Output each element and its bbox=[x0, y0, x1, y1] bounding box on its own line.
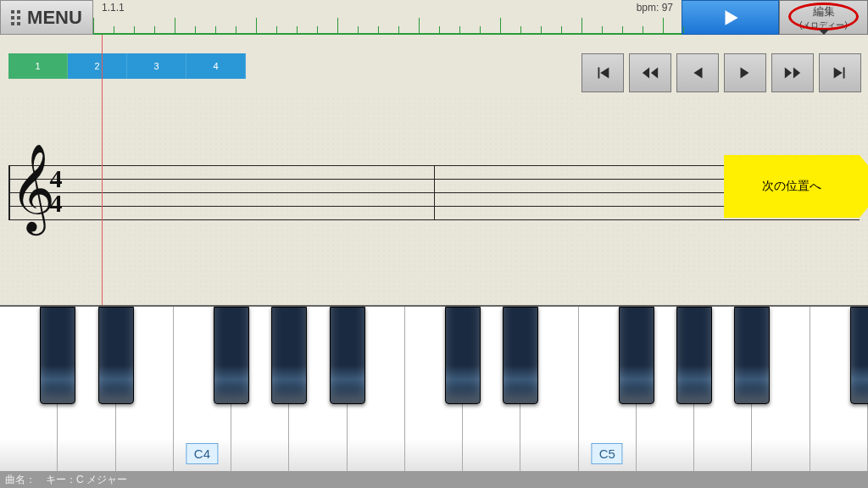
bar-segment[interactable]: 2 bbox=[68, 53, 127, 79]
rewind-icon bbox=[641, 64, 659, 82]
footer-text: 曲名： キー：C メジャー bbox=[5, 474, 127, 485]
black-key[interactable] bbox=[676, 307, 712, 404]
bar-segment[interactable]: 1 bbox=[8, 53, 68, 79]
fast-fwd-icon bbox=[783, 64, 802, 82]
playhead[interactable] bbox=[102, 35, 103, 305]
black-key[interactable] bbox=[330, 307, 365, 404]
black-key[interactable] bbox=[40, 307, 75, 404]
score-area: 𝄞 4 4 次の位置へ bbox=[0, 96, 868, 305]
piano-keyboard bbox=[0, 305, 868, 471]
menu-icon bbox=[11, 10, 20, 25]
bar-segment[interactable]: 4 bbox=[186, 53, 246, 79]
skip-end-icon bbox=[831, 64, 849, 82]
menu-label: MENU bbox=[27, 7, 82, 29]
bar-row: 1234 bbox=[0, 35, 868, 96]
play-icon bbox=[720, 7, 742, 29]
time-signature: 4 4 bbox=[47, 167, 64, 215]
footer: 曲名： キー：C メジャー bbox=[0, 471, 868, 488]
black-key[interactable] bbox=[503, 307, 538, 404]
bar-segment[interactable]: 3 bbox=[127, 53, 186, 79]
black-key[interactable] bbox=[619, 307, 654, 404]
bar-segments: 1234 bbox=[8, 53, 246, 79]
black-key[interactable] bbox=[445, 307, 481, 404]
timeline[interactable]: 1.1.1 bpm: 97 bbox=[93, 0, 682, 35]
play-button[interactable] bbox=[682, 0, 779, 35]
next-position-label: 次の位置へ bbox=[762, 179, 821, 194]
step-back-button[interactable] bbox=[676, 53, 719, 92]
black-key[interactable] bbox=[214, 307, 249, 404]
step-fwd-button[interactable] bbox=[724, 53, 766, 92]
transport-controls bbox=[581, 53, 861, 92]
fast-fwd-button[interactable] bbox=[771, 53, 814, 92]
rewind-button[interactable] bbox=[629, 53, 671, 92]
skip-end-button[interactable] bbox=[819, 53, 861, 92]
edit-mode-button[interactable]: 編集 (メロディー) bbox=[779, 0, 868, 35]
black-key[interactable] bbox=[98, 307, 134, 404]
black-key[interactable] bbox=[271, 307, 307, 404]
barline bbox=[434, 165, 435, 219]
bpm-label: bpm: 97 bbox=[637, 2, 673, 14]
next-position-button[interactable]: 次の位置へ bbox=[724, 155, 860, 218]
step-fwd-icon bbox=[736, 64, 754, 82]
skip-start-icon bbox=[593, 64, 612, 82]
menu-button[interactable]: MENU bbox=[0, 0, 93, 35]
black-keys bbox=[0, 307, 868, 404]
timeline-ticks bbox=[93, 25, 682, 33]
black-key[interactable] bbox=[734, 307, 770, 404]
skip-start-button[interactable] bbox=[581, 53, 624, 92]
top-bar: MENU 1.1.1 bpm: 97 編集 (メロディー) bbox=[0, 0, 868, 35]
edit-label: 編集 bbox=[813, 4, 835, 19]
position-label: 1.1.1 bbox=[102, 2, 125, 14]
black-key[interactable] bbox=[850, 307, 868, 404]
step-back-icon bbox=[688, 64, 707, 82]
